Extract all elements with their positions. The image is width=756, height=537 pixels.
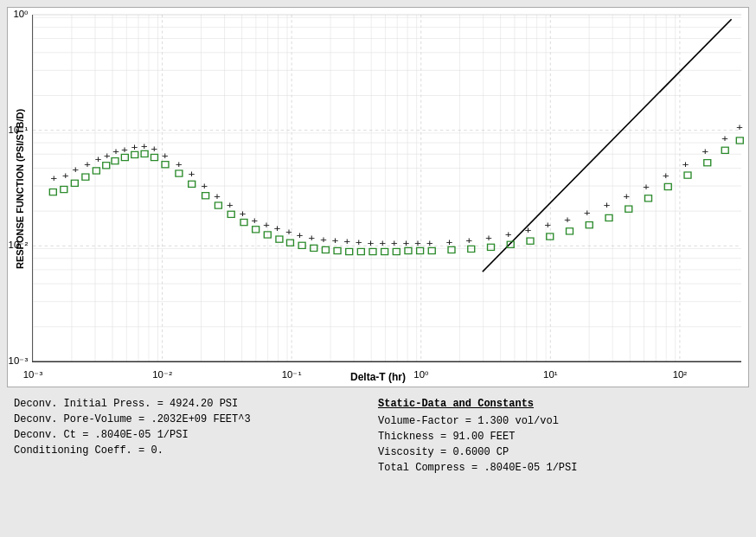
svg-text:+: + <box>721 133 728 144</box>
svg-rect-159 <box>664 183 671 189</box>
svg-text:10⁻¹: 10⁻¹ <box>9 125 29 134</box>
svg-text:+: + <box>297 230 304 241</box>
svg-text:+: + <box>189 169 195 180</box>
info-left: Deconv. Initial Press. = 4924.20 PSI Dec… <box>14 396 378 476</box>
svg-text:+: + <box>112 146 119 157</box>
svg-rect-131 <box>240 219 247 225</box>
svg-rect-126 <box>176 170 183 176</box>
svg-text:+: + <box>202 180 208 191</box>
svg-text:+: + <box>214 190 221 201</box>
svg-text:10⁰: 10⁰ <box>413 369 429 379</box>
svg-text:+: + <box>545 219 552 230</box>
svg-rect-136 <box>298 242 305 248</box>
svg-rect-115 <box>61 186 67 192</box>
y-axis-label: RESPONSE FUNCTION (PSI/STB/D) <box>8 8 32 369</box>
svg-rect-160 <box>684 172 691 178</box>
svg-text:+: + <box>368 238 375 249</box>
svg-rect-116 <box>71 180 78 186</box>
chart-svg: + + + + + + + + + + + + + + + + <box>33 15 741 361</box>
svg-text:+: + <box>624 190 631 201</box>
svg-rect-119 <box>103 163 110 169</box>
svg-text:+: + <box>320 234 327 246</box>
svg-text:+: + <box>356 237 362 248</box>
svg-text:+: + <box>84 158 91 169</box>
svg-text:+: + <box>736 121 743 132</box>
svg-rect-150 <box>488 244 495 250</box>
info-line-2: Deconv. Pore-Volume = .2032E+09 FEET^3 <box>14 412 378 427</box>
svg-rect-138 <box>322 246 329 253</box>
svg-text:10⁰: 10⁰ <box>13 10 29 19</box>
main-container: RESPONSE FUNCTION (PSI/STB/D) <box>0 0 756 537</box>
info-right-header: Static-Data and Constants <box>378 396 742 412</box>
svg-rect-161 <box>704 160 711 166</box>
svg-rect-140 <box>346 248 353 254</box>
svg-text:+: + <box>332 235 339 246</box>
svg-text:+: + <box>466 235 473 246</box>
svg-text:+: + <box>643 181 650 192</box>
svg-rect-134 <box>276 236 283 242</box>
svg-rect-133 <box>264 232 271 238</box>
info-right-line3: Viscosity = 0.6000 CP <box>378 444 742 460</box>
svg-text:+: + <box>309 233 316 244</box>
svg-text:10⁻³: 10⁻³ <box>23 369 43 379</box>
svg-rect-125 <box>162 162 169 168</box>
svg-rect-149 <box>468 246 475 252</box>
svg-rect-142 <box>369 248 376 254</box>
svg-text:+: + <box>73 164 80 176</box>
svg-rect-154 <box>567 228 573 234</box>
svg-rect-162 <box>721 147 728 153</box>
svg-rect-156 <box>605 214 612 221</box>
svg-rect-144 <box>393 248 400 254</box>
svg-rect-158 <box>645 195 652 201</box>
svg-text:+: + <box>505 229 512 240</box>
svg-text:+: + <box>663 170 670 182</box>
svg-text:10²: 10² <box>673 369 688 379</box>
svg-text:+: + <box>227 200 234 211</box>
svg-text:+: + <box>391 238 398 249</box>
svg-text:+: + <box>240 208 247 220</box>
svg-rect-143 <box>381 248 388 254</box>
svg-text:+: + <box>162 150 169 161</box>
chart-area: RESPONSE FUNCTION (PSI/STB/D) <box>7 7 749 387</box>
svg-rect-128 <box>202 193 209 199</box>
info-line-3: Deconv. Ct = .8040E-05 1/PSI <box>14 427 378 443</box>
info-line-1: Deconv. Initial Press. = 4924.20 PSI <box>14 396 378 412</box>
svg-rect-152 <box>527 238 534 244</box>
svg-text:+: + <box>151 144 158 155</box>
svg-text:+: + <box>682 158 689 169</box>
svg-rect-127 <box>189 181 195 187</box>
svg-line-63 <box>483 19 732 272</box>
svg-text:+: + <box>62 170 69 182</box>
svg-text:10⁻²: 10⁻² <box>9 240 29 250</box>
chart-inner: RESPONSE FUNCTION (PSI/STB/D) <box>8 8 748 369</box>
svg-rect-153 <box>547 233 554 240</box>
svg-text:+: + <box>274 222 281 233</box>
svg-text:+: + <box>584 208 591 219</box>
svg-rect-129 <box>215 202 221 208</box>
svg-rect-117 <box>82 174 89 180</box>
svg-text:+: + <box>604 200 611 211</box>
svg-text:10⁻³: 10⁻³ <box>9 356 29 366</box>
svg-text:+: + <box>343 236 350 247</box>
svg-text:10¹: 10¹ <box>543 369 558 379</box>
svg-text:+: + <box>176 158 183 169</box>
chart-plot-area: + + + + + + + + + + + + + + + + <box>32 15 741 362</box>
svg-text:+: + <box>95 153 102 164</box>
info-area: Deconv. Initial Press. = 4924.20 PSI Dec… <box>0 387 756 484</box>
svg-rect-130 <box>227 211 234 217</box>
svg-text:+: + <box>50 173 57 184</box>
info-right: Static-Data and Constants Volume-Factor … <box>378 396 742 476</box>
svg-text:+: + <box>702 146 709 157</box>
svg-rect-141 <box>357 248 364 254</box>
x-axis-label: Delta-T (hr) <box>8 369 748 387</box>
info-line-4: Conditioning Coeff. = 0. <box>14 443 378 458</box>
svg-text:+: + <box>485 233 492 244</box>
info-right-line1: Volume-Factor = 1.300 vol/vol <box>378 413 742 429</box>
svg-text:+: + <box>263 219 270 230</box>
svg-text:+: + <box>525 225 532 236</box>
svg-text:+: + <box>379 238 386 249</box>
svg-rect-114 <box>49 189 56 195</box>
info-right-line2: Thickness = 91.00 FEET <box>378 429 742 444</box>
info-right-line4: Total Compress = .8040E-05 1/PSI <box>378 460 742 476</box>
svg-text:+: + <box>252 214 259 226</box>
